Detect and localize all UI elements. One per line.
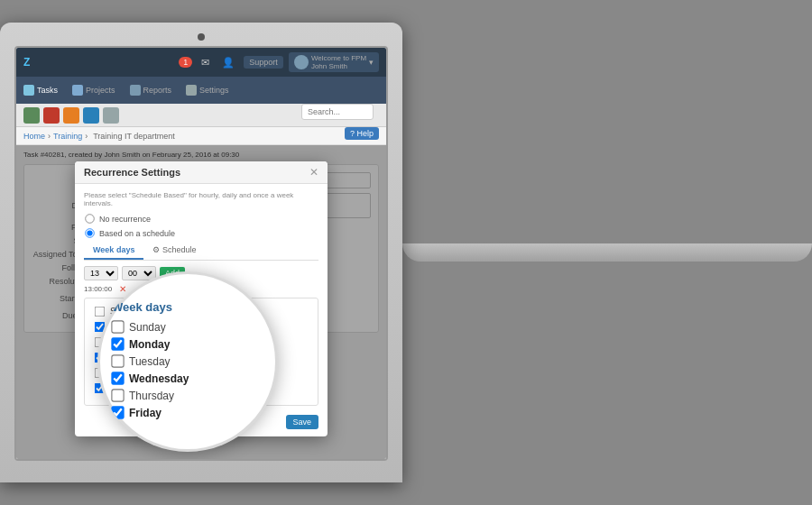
mag-day-sunday: Sunday [112,321,263,334]
tab-weekdays[interactable]: Week days [84,242,143,260]
mag-tuesday-checkbox[interactable] [111,354,124,367]
mag-day-monday: Monday [112,338,263,351]
search-area [301,104,374,120]
nav-item-settings[interactable]: Settings [186,85,229,96]
top-nav: Z 1 ✉ 👤 Support Welcome to FPMJohn Smith… [16,48,386,77]
mag-monday-label: Monday [129,338,170,351]
sunday-checkbox[interactable] [95,307,106,317]
chevron-down-icon: ▾ [369,58,374,67]
main-content: Task #40281, created by John Smith on Fe… [16,145,386,459]
breadcrumb-current: Training IT department [93,132,175,141]
toolbar-btn-2[interactable] [43,107,60,124]
modal-save-button[interactable]: Save [286,415,319,429]
mag-thursday-checkbox[interactable] [111,389,124,401]
modal-tabs: Week days ⚙ Schedule [84,242,318,261]
nav-item-tasks[interactable]: Tasks [23,85,58,96]
radio-schedule: Based on a schedule [84,227,318,239]
mag-day-tuesday: Tuesday [112,355,263,368]
settings-icon [186,85,197,96]
mag-wednesday-checkbox[interactable] [111,372,124,384]
user-menu[interactable]: Welcome to FPMJohn Smith ▾ [289,52,379,72]
modal-header: Recurrence Settings ✕ [75,161,328,184]
nav-item-reports[interactable]: Reports [130,85,172,96]
nav-projects-label: Projects [86,86,115,95]
support-button[interactable]: Support [244,56,283,69]
mag-tuesday-label: Tuesday [129,355,171,368]
magnifier-content: Week days Sunday Monday Tuesday [97,289,278,435]
mag-wednesday-label: Wednesday [129,372,189,385]
schedule-radio[interactable] [85,228,94,237]
no-recurrence-label: No recurrence [99,215,151,224]
schedule-label: Based on a schedule [99,229,175,238]
laptop-shell: Z 1 ✉ 👤 Support Welcome to FPMJohn Smith… [0,23,402,482]
magnifier-title: Week days [112,300,263,314]
user-icon[interactable]: 👤 [218,55,238,70]
gear-icon: ⚙ [152,245,160,254]
modal-hint: Please select "Schedule Based" for hourl… [84,191,318,207]
time-display: 13:00:00 [84,285,112,293]
remove-time-icon[interactable]: ✕ [119,284,126,294]
projects-icon [72,85,83,96]
mag-friday-label: Friday [129,407,161,419]
nav-settings-label: Settings [199,86,229,95]
mag-day-friday: Friday [112,407,263,419]
tab-schedule[interactable]: ⚙ Schedule [143,242,205,260]
top-nav-left: Z [23,56,30,69]
app-logo: Z [23,56,30,69]
radio-no-recurrence: No recurrence [84,213,318,225]
toolbar-btn-1[interactable] [23,107,40,124]
notification-badge[interactable]: 1 [179,57,192,68]
top-nav-right: 1 ✉ 👤 Support Welcome to FPMJohn Smith ▾ [179,52,379,72]
breadcrumb-training[interactable]: Training [53,132,82,141]
nav-tasks-label: Tasks [37,86,58,95]
breadcrumb-home[interactable]: Home [23,132,45,141]
mag-sunday-checkbox[interactable] [111,320,124,333]
mag-day-thursday: Thursday [112,390,263,402]
no-recurrence-radio[interactable] [85,214,94,223]
mag-monday-checkbox[interactable] [111,337,124,350]
nav-item-projects[interactable]: Projects [72,85,115,96]
modal-title: Recurrence Settings [84,167,180,178]
secondary-nav: Tasks Projects Reports Settings [16,77,386,104]
mag-friday-checkbox[interactable] [111,406,124,418]
laptop-screen: Z 1 ✉ 👤 Support Welcome to FPMJohn Smith… [14,46,388,461]
mag-day-wednesday: Wednesday [112,372,263,385]
reports-icon [130,85,141,96]
search-input[interactable] [301,104,374,120]
toolbar-btn-3[interactable] [63,107,79,124]
magnifier: Week days Sunday Monday Tuesday [97,271,278,452]
user-label: Welcome to FPMJohn Smith [311,54,366,70]
modal-close-button[interactable]: ✕ [309,167,318,178]
laptop-base [402,243,812,262]
breadcrumb-sep-2: › [85,132,88,141]
breadcrumb-sep-1: › [48,132,51,141]
toolbar-btn-5[interactable] [103,107,119,124]
hour-select[interactable]: 13 [84,266,118,280]
bell-icon[interactable]: ✉ [198,55,213,70]
tasks-icon [23,85,34,96]
camera [198,33,205,41]
breadcrumb: Home › Training › Training IT department [16,127,386,145]
app-container: Z 1 ✉ 👤 Support Welcome to FPMJohn Smith… [16,48,386,459]
mag-sunday-label: Sunday [129,321,166,334]
mag-thursday-label: Thursday [129,390,174,402]
nav-reports-label: Reports [143,86,172,95]
help-button[interactable]: ? Help [345,127,379,140]
avatar [294,55,309,69]
toolbar-btn-4[interactable] [83,107,99,124]
